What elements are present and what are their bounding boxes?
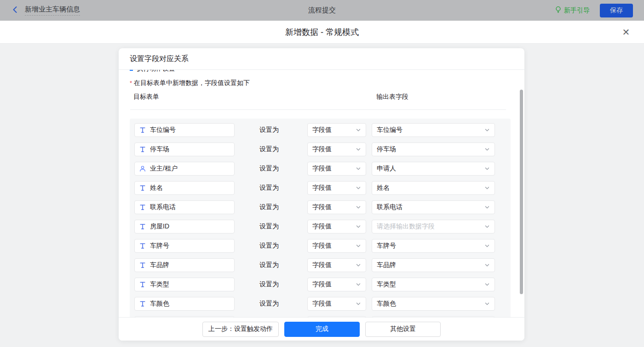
target-field-label: 房屋ID xyxy=(150,222,169,231)
modal-footer: 上一步：设置触发动作 完成 其他设置 xyxy=(119,317,524,341)
value-mode-select[interactable]: 字段值 xyxy=(307,181,366,195)
dialog-title-bar: 新增数据 - 常规模式 ✕ xyxy=(0,21,644,44)
target-field-input[interactable]: 车品牌 xyxy=(134,258,235,272)
instruction-text: 在目标表单中新增数据，字段值设置如下 xyxy=(134,79,250,87)
text-field-icon xyxy=(139,243,146,249)
value-mode-selected: 字段值 xyxy=(312,184,332,192)
dialog-title: 新增数据 - 常规模式 xyxy=(285,27,359,38)
beginner-guide-link[interactable]: 新手引导 xyxy=(555,6,590,15)
field-mapping-row: 业主/租户设置为字段值申请人 xyxy=(134,162,506,176)
modal-header-title: 设置字段对应关系 xyxy=(130,54,189,64)
target-field-label: 车牌号 xyxy=(150,242,169,250)
output-field-selected: 联系电话 xyxy=(377,203,402,211)
required-asterisk: * xyxy=(130,80,132,86)
output-field-select[interactable]: 联系电话 xyxy=(372,200,495,214)
field-mapping-row: 房屋ID设置为字段值请选择输出数据字段 xyxy=(134,220,506,233)
output-field-selected: 车类型 xyxy=(377,280,396,289)
set-as-label: 设置为 xyxy=(259,145,281,154)
previous-step-button[interactable]: 上一步：设置触发动作 xyxy=(202,322,279,337)
target-field-input[interactable]: 房屋ID xyxy=(134,220,235,233)
value-mode-selected: 字段值 xyxy=(312,280,332,289)
column-headers: 目标表单 输出表字段 xyxy=(119,93,524,102)
output-field-select[interactable]: 停车场 xyxy=(372,142,495,156)
text-field-icon xyxy=(139,262,146,268)
chevron-left-icon xyxy=(11,6,19,15)
target-field-input[interactable]: 车位编号 xyxy=(134,123,235,137)
set-as-label: 设置为 xyxy=(259,300,281,308)
field-mapping-row: 车类型设置为字段值车类型 xyxy=(134,278,506,291)
value-mode-select[interactable]: 字段值 xyxy=(307,220,366,233)
text-field-icon xyxy=(139,185,146,191)
text-field-icon xyxy=(139,127,146,133)
output-field-select[interactable]: 车位编号 xyxy=(372,123,495,137)
value-mode-select[interactable]: 字段值 xyxy=(307,278,366,291)
target-field-input[interactable]: 车类型 xyxy=(134,278,235,291)
output-field-select[interactable]: 车品牌 xyxy=(372,258,495,272)
vertical-scrollbar-thumb[interactable] xyxy=(520,90,523,294)
output-field-select[interactable]: 车牌号 xyxy=(372,239,495,253)
output-field-selected: 姓名 xyxy=(377,184,390,192)
set-as-label: 设置为 xyxy=(259,184,281,192)
output-field-selected: 停车场 xyxy=(377,145,396,154)
target-field-input[interactable]: 联系电话 xyxy=(134,200,235,214)
output-field-select[interactable]: 车颜色 xyxy=(372,297,495,311)
field-mapping-row: 车位编号设置为字段值车位编号 xyxy=(134,123,506,137)
value-mode-select[interactable]: 字段值 xyxy=(307,123,366,137)
set-as-label: 设置为 xyxy=(259,126,281,134)
field-mapping-row: 车品牌设置为字段值车品牌 xyxy=(134,258,506,272)
field-mapping-row: 车牌号设置为字段值车牌号 xyxy=(134,239,506,253)
value-mode-select[interactable]: 字段值 xyxy=(307,162,366,176)
flow-name-title[interactable]: 新增业主车辆信息 xyxy=(25,5,80,16)
other-settings-button[interactable]: 其他设置 xyxy=(365,322,441,337)
field-mapping-row: 姓名设置为字段值姓名 xyxy=(134,181,506,195)
set-as-label: 设置为 xyxy=(259,261,281,269)
output-field-selected: 申请人 xyxy=(377,165,396,173)
value-mode-select[interactable]: 字段值 xyxy=(307,200,366,214)
save-button[interactable]: 保存 xyxy=(600,4,633,17)
field-mapping-row: 车颜色设置为字段值车颜色 xyxy=(134,297,506,311)
value-mode-selected: 字段值 xyxy=(312,222,332,231)
output-field-select[interactable]: 请选择输出数据字段 xyxy=(372,220,495,233)
output-field-selected: 请选择输出数据字段 xyxy=(377,222,435,231)
column-header-target-form: 目标表单 xyxy=(133,93,159,101)
target-field-label: 停车场 xyxy=(150,145,169,154)
clipped-section-title: 执行动作设置 xyxy=(137,70,175,73)
modal-scroll-area: 执行动作设置 * 在目标表单中新增数据，字段值设置如下 目标表单 输出表字段 车… xyxy=(119,70,524,317)
back-button[interactable] xyxy=(11,6,19,15)
target-field-input[interactable]: 姓名 xyxy=(134,181,235,195)
output-field-selected: 车颜色 xyxy=(377,300,396,308)
target-field-input[interactable]: 停车场 xyxy=(134,142,235,156)
lightbulb-icon xyxy=(555,6,562,15)
text-field-icon xyxy=(139,301,146,307)
field-mapping-row: 停车场设置为字段值停车场 xyxy=(134,142,506,156)
target-field-input[interactable]: 车颜色 xyxy=(134,297,235,311)
value-mode-select[interactable]: 字段值 xyxy=(307,142,366,156)
output-field-selected: 车位编号 xyxy=(377,126,402,134)
set-as-label: 设置为 xyxy=(259,165,281,173)
target-field-label: 车品牌 xyxy=(150,261,169,269)
user-icon xyxy=(139,165,146,172)
flow-stage-title: 流程提交 xyxy=(0,6,644,15)
target-field-input[interactable]: 车牌号 xyxy=(134,239,235,253)
output-field-select[interactable]: 车类型 xyxy=(372,278,495,291)
set-as-label: 设置为 xyxy=(259,203,281,211)
target-field-label: 联系电话 xyxy=(150,203,176,211)
field-mapping-row: 联系电话设置为字段值联系电话 xyxy=(134,200,506,214)
value-mode-select[interactable]: 字段值 xyxy=(307,239,366,253)
value-mode-selected: 字段值 xyxy=(312,126,332,134)
value-mode-select[interactable]: 字段值 xyxy=(307,258,366,272)
target-field-label: 车类型 xyxy=(150,280,169,289)
modal-header: 设置字段对应关系 xyxy=(119,48,524,70)
header-divider xyxy=(130,109,506,110)
text-field-icon xyxy=(139,204,146,210)
section-bullet-icon xyxy=(130,70,133,71)
output-field-select[interactable]: 姓名 xyxy=(372,181,495,195)
value-mode-select[interactable]: 字段值 xyxy=(307,297,366,311)
output-field-select[interactable]: 申请人 xyxy=(372,162,495,176)
instruction-line: * 在目标表单中新增数据，字段值设置如下 xyxy=(130,79,250,87)
output-field-selected: 车品牌 xyxy=(377,261,396,269)
done-button[interactable]: 完成 xyxy=(284,322,360,337)
target-field-input[interactable]: 业主/租户 xyxy=(134,162,235,176)
field-mapping-modal: 设置字段对应关系 执行动作设置 * 在目标表单中新增数据，字段值设置如下 目标表… xyxy=(119,48,524,341)
close-icon[interactable]: ✕ xyxy=(620,26,632,38)
